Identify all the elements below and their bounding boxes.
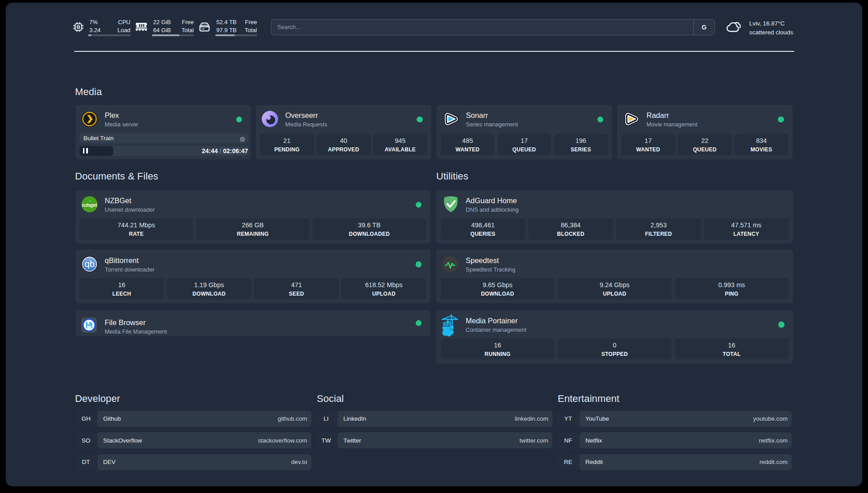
svg-text:nzbget: nzbget [82, 202, 97, 208]
svg-text:qb: qb [84, 259, 94, 269]
